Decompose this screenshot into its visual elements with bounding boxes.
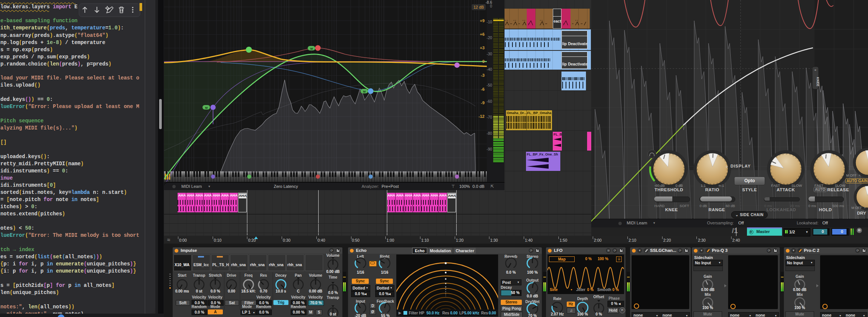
svg-text:M: M: [310, 47, 313, 50]
svg-text:M: M: [363, 90, 366, 93]
svg-text:«: «: [814, 68, 816, 72]
svg-text:M: M: [205, 106, 208, 110]
svg-text:KNEE: KNEE: [816, 77, 820, 87]
